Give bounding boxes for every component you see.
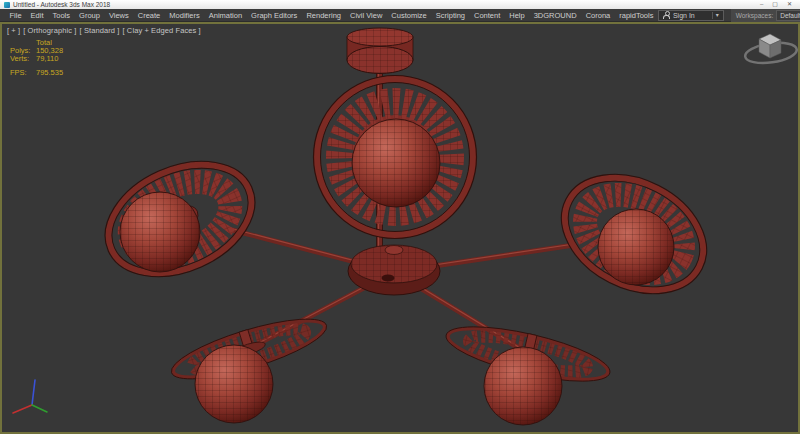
viewport-menu-pov[interactable]: [ Orthographic ] [23, 26, 76, 35]
model-center-hub [348, 245, 440, 295]
world-axis-tripod [13, 380, 47, 413]
model-right-shade [541, 151, 727, 318]
menu-tools[interactable]: Tools [48, 9, 75, 22]
menu-scripting[interactable]: Scripting [431, 9, 469, 22]
menu-create[interactable]: Create [133, 9, 165, 22]
model-bottom-left-shade [166, 307, 332, 423]
menu-edit[interactable]: Edit [26, 9, 48, 22]
chevron-down-icon: ▾ [716, 10, 719, 21]
menu-help[interactable]: Help [505, 9, 529, 22]
model-ceiling-mount [347, 28, 413, 74]
viewport-menu-general[interactable]: [ + ] [7, 26, 20, 35]
menubar: File Edit Tools Group Views Create Modif… [0, 9, 800, 22]
3dsmax-app-icon [4, 2, 10, 8]
sign-in-label: Sign In [673, 12, 695, 19]
menu-graph-editors[interactable]: Graph Editors [247, 9, 302, 22]
viewport-label: [ + ] [ Orthographic ] [ Standard ] [ Cl… [7, 26, 201, 35]
viewport-statistics: Total Polys:150,328 Verts:79,110 FPS:795… [10, 39, 63, 77]
workspaces-dropdown[interactable]: Default ▾ [776, 10, 800, 21]
viewport-canvas[interactable] [2, 24, 798, 432]
stats-verts-value: 79,110 [36, 55, 58, 63]
stats-fps-label: FPS: [10, 69, 36, 77]
menu-modifiers[interactable]: Modifiers [165, 9, 204, 22]
divider [712, 12, 713, 19]
sign-in-button[interactable]: Sign In ▾ [658, 10, 724, 21]
menu-rendering[interactable]: Rendering [302, 9, 346, 22]
stats-verts-label: Verts: [10, 55, 36, 63]
menu-group[interactable]: Group [75, 9, 105, 22]
menu-civil-view[interactable]: Civil View [345, 9, 386, 22]
menu-file[interactable]: File [5, 9, 26, 22]
menu-animation[interactable]: Animation [204, 9, 246, 22]
menu-3dground[interactable]: 3DGROUND [529, 9, 581, 22]
model-bottom-right-shade [442, 316, 615, 425]
stats-fps-value: 795.535 [36, 69, 63, 77]
workspaces-label: Workspaces: [736, 12, 773, 19]
menu-rapidtools[interactable]: rapidTools [615, 9, 658, 22]
menu-views[interactable]: Views [104, 9, 133, 22]
axis-y [32, 405, 47, 412]
person-icon [663, 11, 670, 19]
model-left-shade [87, 139, 273, 299]
model-ceiling-lamp[interactable] [87, 28, 727, 425]
workspaces-panel: Workspaces: Default ▾ [731, 9, 800, 22]
workspaces-value: Default [780, 12, 800, 19]
menu-corona[interactable]: Corona [581, 9, 615, 22]
axis-z [32, 380, 35, 405]
viewcube[interactable] [744, 34, 798, 66]
menu-content[interactable]: Content [469, 9, 504, 22]
viewport-orthographic[interactable]: [ + ] [ Orthographic ] [ Standard ] [ Cl… [0, 22, 800, 434]
axis-x [13, 405, 32, 413]
menu-customize[interactable]: Customize [387, 9, 431, 22]
viewport-menu-shading[interactable]: [ Clay + Edged Faces ] [123, 26, 201, 35]
viewport-menu-standard[interactable]: [ Standard ] [80, 26, 120, 35]
model-top-shade [314, 76, 477, 239]
